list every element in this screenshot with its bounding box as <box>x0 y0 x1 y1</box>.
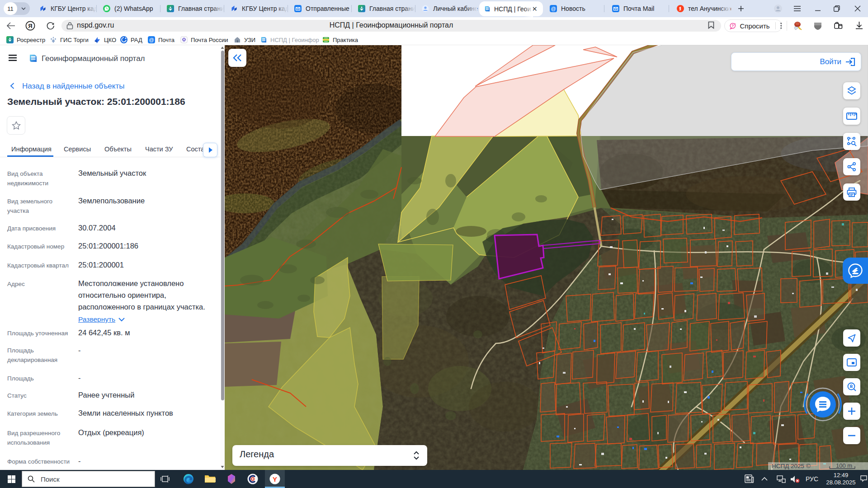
svg-text:Я: Я <box>28 23 32 29</box>
svg-text:100 m: 100 m <box>836 462 852 469</box>
svg-text:?: ? <box>731 24 734 28</box>
svg-text:Y: Y <box>273 475 277 483</box>
svg-text:@: @ <box>551 6 556 11</box>
svg-text:@: @ <box>149 37 154 42</box>
svg-text:НСПД 2025 ©: НСПД 2025 © <box>772 463 811 469</box>
